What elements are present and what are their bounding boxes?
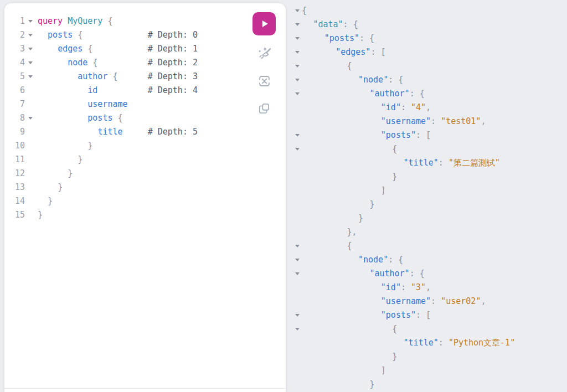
query-code-line[interactable]: 7 username: [4, 97, 286, 111]
response-json-line: "author": {: [295, 267, 567, 281]
response-json-line: }: [295, 198, 567, 212]
query-code-line[interactable]: 8 posts {: [4, 111, 286, 125]
fold-spacer: [25, 139, 38, 153]
fold-spacer: [295, 212, 302, 225]
fold-spacer: [295, 184, 302, 198]
fold-spacer: [295, 364, 302, 378]
fold-spacer: [295, 336, 302, 350]
execute-button[interactable]: [252, 12, 276, 35]
query-code-line[interactable]: 13 }: [4, 180, 286, 194]
fold-arrow-icon[interactable]: [295, 239, 302, 253]
response-json-line: }: [295, 350, 567, 364]
response-json-line: {: [295, 4, 567, 18]
response-json-line: {: [295, 322, 567, 336]
line-number: 2: [11, 28, 25, 42]
line-number: 10: [11, 139, 25, 153]
fold-arrow-icon[interactable]: [295, 87, 302, 101]
query-code-line[interactable]: 4 node { # Depth: 2: [4, 56, 286, 70]
fold-arrow-icon[interactable]: [25, 56, 38, 70]
line-number: 15: [11, 208, 25, 222]
fold-arrow-icon[interactable]: [295, 73, 302, 87]
fold-arrow-icon[interactable]: [295, 18, 302, 32]
response-json-line: "node": {: [295, 73, 567, 87]
query-code-line[interactable]: 3 edges { # Depth: 1: [4, 42, 286, 56]
response-json-line: "posts": {: [295, 32, 567, 45]
fold-spacer: [25, 153, 38, 167]
query-editor-panel: 1query MyQuery {2 posts { # Depth: 03 ed…: [4, 3, 286, 392]
query-code-line[interactable]: 5 author { # Depth: 3: [4, 70, 286, 84]
fold-arrow-icon[interactable]: [25, 28, 38, 42]
fold-arrow-icon[interactable]: [295, 45, 302, 59]
response-json-line: "title": "第二篇測試": [295, 156, 567, 170]
fold-arrow-icon[interactable]: [295, 4, 302, 18]
response-json-line: "title": "Python文章-1": [295, 336, 567, 350]
fold-arrow-icon[interactable]: [295, 253, 302, 267]
line-number: 12: [11, 167, 25, 180]
response-json-line: "author": {: [295, 87, 567, 101]
fold-arrow-icon[interactable]: [295, 59, 302, 73]
merge-fragments-button[interactable]: [253, 71, 275, 91]
fold-arrow-icon[interactable]: [25, 111, 38, 125]
fold-spacer: [295, 101, 302, 115]
line-number: 6: [11, 84, 25, 97]
response-json-line: {: [295, 59, 567, 73]
fold-arrow-icon[interactable]: [25, 70, 38, 84]
fold-spacer: [295, 198, 302, 212]
response-json-line: "id": "3",: [295, 281, 567, 295]
fold-spacer: [295, 156, 302, 170]
response-json-line: },: [295, 225, 567, 239]
response-json-line: ]: [295, 364, 567, 378]
fold-arrow-icon[interactable]: [295, 322, 302, 336]
fold-spacer: [295, 378, 302, 391]
copy-query-button[interactable]: [253, 99, 275, 118]
query-code-line[interactable]: 1query MyQuery {: [4, 14, 286, 28]
line-number: 11: [11, 153, 25, 167]
response-json-line: {: [295, 142, 567, 156]
fold-spacer: [295, 281, 302, 295]
fold-spacer: [25, 125, 38, 139]
fold-arrow-icon[interactable]: [295, 142, 302, 156]
fold-arrow-icon[interactable]: [295, 128, 302, 142]
line-number: 9: [11, 125, 25, 139]
response-json-line: "posts": [: [295, 128, 567, 142]
query-editor[interactable]: 1query MyQuery {2 posts { # Depth: 03 ed…: [4, 3, 286, 392]
response-json: {"data": {"posts": {"edges": [{"node": {…: [295, 4, 567, 391]
query-code-line[interactable]: 14 }: [4, 194, 286, 208]
fold-arrow-icon[interactable]: [25, 42, 38, 56]
query-code-line[interactable]: 12 }: [4, 167, 286, 180]
query-code-line[interactable]: 6 id # Depth: 4: [4, 84, 286, 97]
response-json-line: "username": "test01",: [295, 115, 567, 128]
fold-spacer: [25, 84, 38, 97]
editor-toolbar: [252, 12, 276, 118]
line-number: 8: [11, 111, 25, 125]
line-number: 3: [11, 42, 25, 56]
query-code-line[interactable]: 15}: [4, 208, 286, 222]
fold-spacer: [295, 295, 302, 308]
query-code-line[interactable]: 2 posts { # Depth: 0: [4, 28, 286, 42]
fold-arrow-icon[interactable]: [295, 32, 302, 45]
line-number: 1: [11, 14, 25, 28]
fold-arrow-icon[interactable]: [295, 267, 302, 281]
response-json-line: }: [295, 378, 567, 391]
response-panel[interactable]: {"data": {"posts": {"edges": [{"node": {…: [286, 0, 567, 392]
fold-spacer: [25, 167, 38, 180]
line-number: 5: [11, 70, 25, 84]
prettify-button[interactable]: [253, 43, 275, 63]
response-json-line: }: [295, 212, 567, 225]
copy-icon: [257, 101, 271, 116]
response-json-line: "posts": [: [295, 308, 567, 322]
response-json-line: }: [295, 170, 567, 184]
query-code-line[interactable]: 9 title # Depth: 5: [4, 125, 286, 139]
query-editor-code: 1query MyQuery {2 posts { # Depth: 03 ed…: [4, 14, 286, 222]
line-number: 13: [11, 180, 25, 194]
query-code-line[interactable]: 11 }: [4, 153, 286, 167]
fold-arrow-icon[interactable]: [295, 308, 302, 322]
response-json-line: "node": {: [295, 253, 567, 267]
fold-spacer: [25, 194, 38, 208]
fold-arrow-icon[interactable]: [25, 14, 38, 28]
fold-spacer: [295, 225, 302, 239]
fold-spacer: [25, 97, 38, 111]
response-json-line: "username": "user02",: [295, 295, 567, 308]
query-code-line[interactable]: 10 }: [4, 139, 286, 153]
play-icon: [258, 18, 270, 30]
